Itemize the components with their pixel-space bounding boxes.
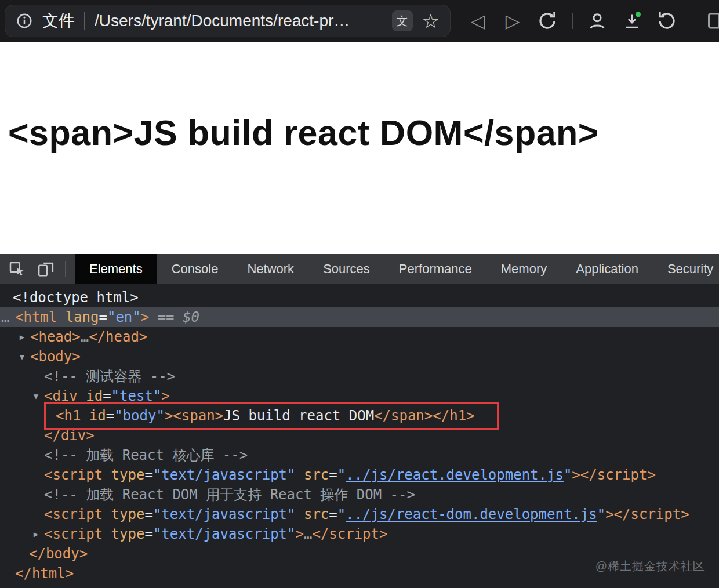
overflow-ellipsis: … xyxy=(1,307,9,327)
profile-icon[interactable] xyxy=(587,10,608,31)
address-separator xyxy=(84,12,85,30)
page-content: <span>JS build react DOM</span> xyxy=(0,42,719,254)
screen: 文件 /Users/tyrant/Documents/react-pr… 文 ☆… xyxy=(0,0,719,588)
device-toolbar-icon[interactable] xyxy=(36,259,56,279)
node-script-inline[interactable]: ▶<script type="text/javascript">…</scrip… xyxy=(0,524,719,544)
toolbar-separator xyxy=(572,13,573,29)
forward-button[interactable]: ▷ xyxy=(502,12,523,30)
devtools-tab-strip: ElementsConsoleNetworkSourcesPerformance… xyxy=(75,254,719,284)
comment-load-react-core[interactable]: <!-- 加载 React 核心库 --> xyxy=(0,445,719,465)
side-panel-icon[interactable] xyxy=(706,10,719,31)
watermark: @稀土掘金技术社区 xyxy=(595,558,705,574)
node-body-open[interactable]: ▼<body> xyxy=(0,347,719,366)
refresh-button[interactable] xyxy=(537,10,558,31)
tab-performance[interactable]: Performance xyxy=(384,254,486,284)
page-info-icon[interactable] xyxy=(16,12,33,30)
node-doctype[interactable]: <!doctype html> xyxy=(0,288,719,307)
comment-load-react-dom[interactable]: <!-- 加载 React DOM 用于支持 React 操作 DOM --> xyxy=(0,485,719,504)
tab-security[interactable]: Security xyxy=(653,254,719,284)
browser-toolbar: 文件 /Users/tyrant/Documents/react-pr… 文 ☆… xyxy=(0,0,719,42)
collapse-arrow-icon[interactable]: ▼ xyxy=(15,347,29,366)
devtools-toolbar: ElementsConsoleNetworkSourcesPerformance… xyxy=(0,254,719,284)
tab-sources[interactable]: Sources xyxy=(308,254,384,284)
node-div-test-open[interactable]: ▼<div id="test"> xyxy=(0,386,719,406)
tab-network[interactable]: Network xyxy=(233,254,308,284)
tab-application[interactable]: Application xyxy=(561,254,653,284)
node-script-react[interactable]: <script type="text/javascript" src="../j… xyxy=(0,465,719,485)
dom-tree: <!doctype html>…<html lang="en"> == $0▶<… xyxy=(0,284,719,588)
page-heading: <span>JS build react DOM</span> xyxy=(8,112,599,153)
inspect-element-icon[interactable] xyxy=(7,259,27,279)
download-icon[interactable] xyxy=(622,10,642,31)
translate-icon[interactable]: 文 xyxy=(392,10,413,31)
devtools-toolbar-separator xyxy=(65,261,66,277)
node-html-open[interactable]: …<html lang="en"> == $0 xyxy=(0,307,719,327)
tab-console[interactable]: Console xyxy=(157,254,233,284)
history-icon[interactable] xyxy=(656,10,677,31)
node-div-test-close[interactable]: </div> xyxy=(0,426,719,445)
address-bar[interactable]: 文件 /Users/tyrant/Documents/react-pr… 文 ☆ xyxy=(5,5,451,37)
comment-test-container[interactable]: <!-- 测试容器 --> xyxy=(0,366,719,386)
bookmark-star-icon[interactable]: ☆ xyxy=(422,11,440,31)
node-head[interactable]: ▶<head>…</head> xyxy=(0,327,719,347)
node-script-react-dom[interactable]: <script type="text/javascript" src="../j… xyxy=(0,504,719,524)
collapse-arrow-icon[interactable]: ▼ xyxy=(29,386,43,406)
expand-arrow-icon[interactable]: ▶ xyxy=(15,327,29,347)
browser-nav-icons: ◁ ▷ xyxy=(467,0,719,42)
node-h1-body[interactable]: <h1 id="body"><span>JS build react DOM</… xyxy=(0,406,719,426)
back-button[interactable]: ◁ xyxy=(467,12,488,30)
file-title-label[interactable]: 文件 xyxy=(42,10,75,32)
expand-arrow-icon[interactable]: ▶ xyxy=(29,524,43,544)
devtools-panel: ElementsConsoleNetworkSourcesPerformance… xyxy=(0,254,719,588)
tab-memory[interactable]: Memory xyxy=(486,254,561,284)
tab-elements[interactable]: Elements xyxy=(75,254,157,284)
url-text[interactable]: /Users/tyrant/Documents/react-pr… xyxy=(95,12,383,30)
